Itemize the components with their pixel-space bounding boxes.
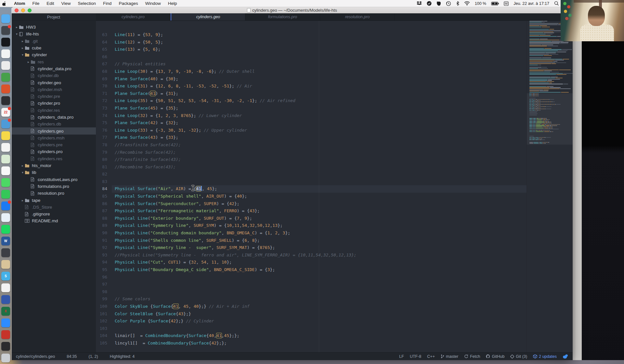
code-line-104[interactable]: linair[] = CombinedBoundary{Surface{40,4… — [112, 332, 526, 340]
code-line-64[interactable]: Line(12) = {50, 5}; — [112, 39, 526, 46]
dock-icon-terminal[interactable] — [1, 38, 10, 46]
tree-folder-.git[interactable]: ▸.git — [11, 38, 96, 45]
tree-file-resolution.pro[interactable]: resolution.pro — [11, 190, 96, 197]
tree-file-constitutiveLaws.pro[interactable]: constitutiveLaws.pro — [11, 176, 96, 183]
tree-file-formulations.pro[interactable]: formulations.pro — [11, 183, 96, 190]
code-line-74[interactable]: Line Loop(32) = {1, 2, 3, 8765}; // Lowe… — [112, 112, 526, 120]
status-encoding[interactable]: UTF-8 — [410, 354, 421, 359]
code-line-95[interactable]: Physical Line("Boundary Omega_C side", B… — [112, 266, 526, 274]
dock-icon-app-store[interactable] — [1, 202, 10, 210]
tree-file-cylinder.msh[interactable]: cylinder.msh — [11, 86, 96, 93]
status-git-fetch[interactable]: Fetch — [464, 354, 480, 359]
menu-find[interactable]: Find — [99, 1, 115, 6]
code-line-68[interactable]: Line Loop(30) = {13, 7, 9, -10, -8, -6};… — [112, 68, 526, 75]
code-line-94[interactable]: Physical Line("Cut", CUT1) = {32, 54, 11… — [112, 259, 526, 266]
dock-icon-reminders[interactable] — [1, 143, 10, 152]
disclosure-collapsed-icon[interactable]: ▸ — [20, 164, 25, 167]
disclosure-collapsed-icon[interactable]: ▸ — [20, 39, 25, 43]
squirrel-icon[interactable] — [563, 354, 568, 359]
menu-clock[interactable]: Jeu. 22 avr. à 17:17 — [514, 1, 549, 6]
dock-icon-chrome[interactable] — [1, 49, 10, 58]
dock-icon-excel[interactable]: X — [1, 307, 10, 316]
dock-icon-skype[interactable]: S — [1, 272, 10, 280]
evernote-icon[interactable] — [436, 1, 441, 6]
code-line-76[interactable]: Line Loop(33) = {-3, 30, 31, -32}; // Up… — [112, 127, 526, 134]
apple-icon[interactable] — [2, 1, 6, 6]
code-line-84[interactable]: Physical Surface("Air", AIR) = {41, 45}; — [112, 185, 526, 193]
tree-file-cylinder.pro[interactable]: cylinder.pro — [11, 100, 96, 107]
tree-folder-HW3[interactable]: ▸HW3 — [11, 24, 96, 31]
dock-icon-mail[interactable] — [1, 120, 10, 128]
dock-icon-spotify[interactable] — [1, 225, 10, 234]
disclosure-collapsed-icon[interactable]: ▸ — [26, 60, 31, 64]
status-cursor-position[interactable]: 84:35 — [67, 354, 77, 359]
code-line-96[interactable] — [112, 274, 526, 281]
dock-icon-acrobat[interactable] — [1, 330, 10, 339]
tree-file-cylinder.res[interactable]: cylinder.res — [11, 107, 96, 114]
code-editor[interactable]: Line(11) = {53, 9};Line(12) = {50, 5};Li… — [112, 21, 526, 352]
tree-file-cylinders.db[interactable]: cylinders.db — [11, 121, 96, 127]
dock-icon-texshop[interactable] — [1, 248, 10, 257]
code-line-97[interactable] — [112, 281, 526, 288]
tree-file-cylinders.pre[interactable]: cylinders.pre — [11, 141, 96, 148]
code-line-99[interactable]: // Some colors — [112, 295, 526, 303]
code-line-71[interactable]: Plane Surface(41) = {31}; — [112, 90, 526, 98]
menu-atom[interactable]: Atom — [10, 1, 29, 6]
status-line-ending[interactable]: LF — [399, 354, 404, 359]
dock-icon-matlab[interactable] — [1, 84, 10, 93]
tab-cylinders.geo[interactable]: cylinders.geo — [171, 13, 245, 20]
title-bar[interactable]: cylinders.geo — ~/Documents/Models/life-… — [11, 7, 573, 13]
code-line-102[interactable]: Color Purple {Surface{42};} // Cylinder — [112, 318, 526, 325]
dropbox-icon[interactable] — [417, 1, 422, 6]
disclosure-collapsed-icon[interactable]: ▸ — [15, 25, 19, 29]
tab-formulations.pro[interactable]: formulations.pro — [245, 13, 320, 20]
disclosure-expanded-icon[interactable]: ▾ — [15, 32, 19, 36]
code-line-75[interactable]: Plane Surface(42) = {32}; — [112, 119, 526, 127]
tree-folder-life-hts[interactable]: ▾life-hts — [11, 31, 96, 37]
tree-file-cylinders.msh[interactable]: cylinders.msh — [11, 135, 96, 141]
code-line-89[interactable]: Physical Line("Symmetry line", SURF_SYM)… — [112, 222, 526, 229]
menu-window[interactable]: Window — [142, 1, 164, 6]
code-line-78[interactable]: //Transfinite Surface(42); — [112, 141, 526, 149]
code-line-90[interactable]: Physical Line("Conducting domain boundar… — [112, 229, 526, 237]
status-package-updates[interactable]: 2 updates — [533, 354, 557, 359]
code-line-91[interactable]: Physical Line("Shells common line", SURF… — [112, 237, 526, 244]
code-line-101[interactable]: Color SteelBlue {Surface{43};} — [112, 310, 526, 318]
dock-icon-photos[interactable] — [1, 166, 10, 175]
tree-folder-tape[interactable]: ▸tape — [11, 197, 96, 203]
menu-packages[interactable]: Packages — [115, 1, 141, 6]
dock-icon-notes[interactable] — [1, 131, 10, 140]
disclosure-expanded-icon[interactable]: ▾ — [20, 171, 25, 174]
code-line-103[interactable] — [112, 325, 526, 332]
tree-folder-res[interactable]: ▸res — [11, 58, 96, 65]
code-line-81[interactable]: //Recombine Surface(43); — [112, 163, 526, 171]
code-line-86[interactable]: Physical Surface("Superconductor", SUPER… — [112, 200, 526, 208]
check-circle-icon[interactable] — [427, 1, 432, 6]
dock-icon-blue-book[interactable] — [1, 295, 10, 304]
tree-file-README.md[interactable]: README.md — [11, 217, 96, 224]
tree-file-.DS_Store[interactable]: .DS_Store — [11, 204, 96, 211]
dock-icon-safari[interactable] — [1, 213, 10, 222]
dock-icon-calendar[interactable]: 22 — [1, 108, 10, 117]
tree-folder-cube[interactable]: ▸cube — [11, 45, 96, 51]
dock-icon-yin-yang[interactable] — [1, 283, 10, 292]
status-git-branch[interactable]: master — [441, 354, 458, 359]
tree-file-cylinder.pre[interactable]: cylinder.pre — [11, 93, 96, 100]
tree-file-cylinders_data.pro[interactable]: cylinders_data.pro — [11, 114, 96, 121]
dock-icon-messages[interactable] — [1, 178, 10, 187]
menu-file[interactable]: File — [29, 1, 43, 6]
code-line-92[interactable]: Physical Line("Symmetry line - super", S… — [112, 244, 526, 252]
disclosure-collapsed-icon[interactable]: ▸ — [20, 199, 25, 202]
code-line-63[interactable]: Line(11) = {53, 9}; — [112, 31, 526, 39]
background-scrollbar-strip[interactable] — [573, 7, 582, 360]
dock-icon-keynote[interactable] — [1, 342, 10, 351]
dock-icon-forest[interactable] — [1, 73, 10, 82]
wifi-icon[interactable] — [464, 1, 470, 6]
code-line-105[interactable]: lincyl1[] = CombinedBoundary{Surface{42}… — [112, 340, 526, 347]
code-line-73[interactable]: Plane Surface(45) = {35}; — [112, 105, 526, 112]
code-line-88[interactable]: Physical Line("Exterior boundary", SURF_… — [112, 215, 526, 222]
dock-icon-photo-booth[interactable] — [1, 96, 10, 105]
code-line-83[interactable] — [112, 178, 526, 186]
status-github[interactable]: GitHub — [486, 354, 504, 359]
tree-folder-hts_motor[interactable]: ▸hts_motor — [11, 162, 96, 169]
